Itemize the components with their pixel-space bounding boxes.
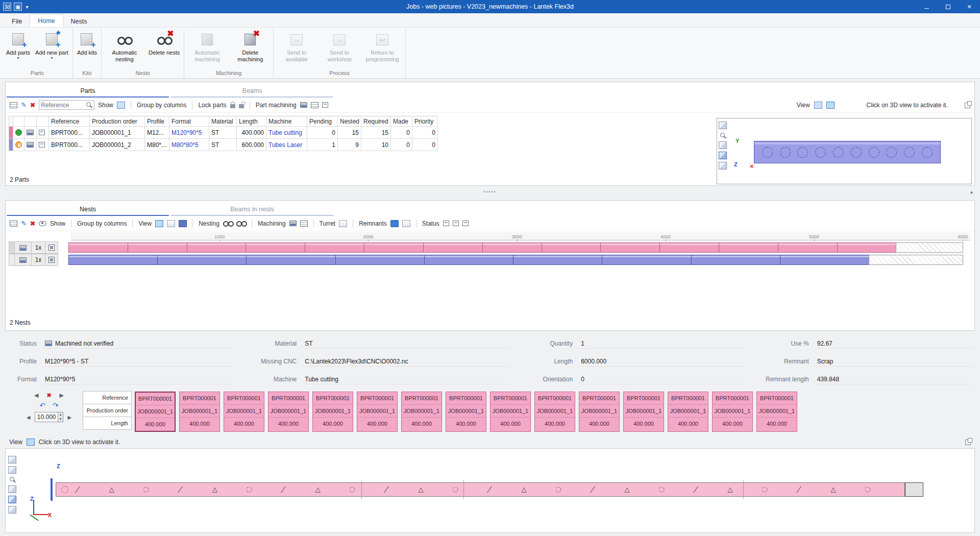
col-made[interactable]: Made [391,116,412,127]
nest-preview-icon[interactable] [48,257,55,263]
maximize-button[interactable] [937,0,959,13]
step-left-button[interactable]: ◀ [27,415,31,420]
nest-row[interactable]: 1x [9,241,970,254]
show-filter-icon[interactable] [117,102,125,109]
delete-nests-button[interactable]: ✖ Delete nests [146,29,182,57]
part-card[interactable]: BPRT000001 JOB000001_1 400.000 [490,392,531,432]
nested-part-segment[interactable] [780,255,869,265]
spinner-up-icon[interactable]: ▲ [58,412,63,417]
col-format[interactable]: Format [169,116,209,127]
edit-icon[interactable]: ✎ [21,220,27,227]
parts-3d-preview[interactable]: Y Z × [717,118,972,184]
app-icon[interactable]: 3d [3,3,11,11]
nest-preview-icon[interactable] [48,245,55,251]
spinner-down-icon[interactable]: ▼ [58,417,63,422]
part-card[interactable]: BPRT000001 JOB000001_1 400.000 [579,392,620,432]
quick-access-caret-icon[interactable]: ▾ [24,3,30,11]
tab-home[interactable]: Home [30,14,63,27]
part-card[interactable]: BPRT000001 JOB000001_1 400.000 [534,392,575,432]
remove-part-button[interactable]: ✖ [46,393,51,398]
group-by-columns-button[interactable]: Group by columns [137,102,186,109]
nested-part-segment[interactable] [602,255,691,265]
nested-part-segment[interactable] [246,242,305,253]
nested-part-segment[interactable] [837,242,897,253]
expand-view-icon[interactable] [965,103,970,108]
add-parts-button[interactable]: + Add parts ▾ [4,29,33,60]
part-card[interactable]: BPRT000001 JOB000001_1 400.000 [135,392,176,432]
format-link[interactable]: M120*90*5 [169,127,209,139]
panel-splitter[interactable]: ••••• ▴ [5,189,975,195]
nested-part-segment[interactable] [305,242,364,253]
expand-view-icon[interactable] [965,440,971,445]
add-kits-button[interactable]: + Add kits [75,29,100,57]
tab-beams-in-nests[interactable]: Beams in nests [171,201,333,216]
view-3d-icon[interactable] [179,220,187,227]
col-length[interactable]: Length [237,116,266,127]
machining-table-icon[interactable] [311,102,318,108]
col-profile[interactable]: Profile [145,116,169,127]
collapse-chevron-icon[interactable]: ▴ [970,189,974,194]
view-table-icon[interactable] [167,220,175,227]
status-doc3-icon[interactable] [462,221,469,226]
undo-button[interactable]: ↶ [39,402,45,409]
col-pending[interactable]: Pending [307,116,338,127]
view-3d-icon[interactable] [826,102,835,109]
view-cube-icon[interactable] [8,485,16,493]
col-priority[interactable]: Priority [412,116,438,127]
col-production-order[interactable]: Production order [90,116,145,127]
machine-link[interactable]: Tube cutting [266,127,307,139]
tab-file[interactable]: File [4,15,30,27]
table-row[interactable]: BPRT000... JOB000001_1 M12... M120*90*5 … [9,127,437,139]
delete-icon[interactable]: ✖ [30,102,35,108]
zoom-icon[interactable] [9,476,16,483]
machining-doc-icon[interactable] [322,102,328,108]
part-card[interactable]: BPRT000001 JOB000001_1 400.000 [224,392,264,432]
nested-part-segment[interactable] [157,255,247,265]
close-button[interactable]: × [959,0,980,13]
lock-parts-label[interactable]: Lock parts [198,102,226,109]
delete-icon[interactable]: ✖ [30,221,35,227]
view-cube-icon[interactable] [719,162,727,169]
machine-link[interactable]: Tubes Laser [266,139,307,151]
show-button[interactable]: Show [50,220,65,227]
machining-tool-icon[interactable] [300,102,307,108]
view-2d-icon[interactable] [814,102,822,109]
nested-part-segment[interactable] [246,255,335,265]
status-doc-icon[interactable] [443,221,449,226]
zoom-icon[interactable] [720,132,726,139]
save-icon[interactable]: ▣ [14,3,22,11]
view-cube-icon[interactable] [719,152,727,159]
part-card[interactable]: BPRT000001 JOB000001_1 400.000 [268,392,309,432]
reference-search[interactable] [39,100,94,110]
automatic-nesting-button[interactable]: Automatic nesting [103,29,146,64]
columns-icon[interactable] [10,221,17,227]
edit-icon[interactable]: ✎ [21,102,27,108]
columns-icon[interactable] [10,102,17,108]
machining-table-icon[interactable] [300,221,308,227]
minimize-button[interactable] [916,0,937,13]
tab-parts[interactable]: Parts [7,82,169,98]
table-row[interactable]: BPRT000... JOB000001_2 M80*... M80*80*5 … [9,139,437,151]
next-part-button[interactable]: ▶ [60,392,64,399]
view-strip-icon[interactable] [155,220,163,227]
part-card[interactable]: BPRT000001 JOB000001_1 400.000 [312,392,353,432]
nested-part-segment[interactable] [691,255,780,265]
add-new-part-button[interactable]: ★+ Add new part ▾ [33,29,71,60]
nest-strip[interactable] [68,254,970,266]
nesting-icon[interactable] [223,221,233,226]
view-cube-icon[interactable] [719,141,727,149]
view-cube-icon[interactable] [8,506,16,514]
nested-part-segment[interactable] [482,242,542,253]
search-input[interactable] [41,102,86,109]
view-3d-icon[interactable] [27,438,35,446]
unlock-icon[interactable] [239,104,244,108]
nested-part-segment[interactable] [778,242,838,253]
part-card[interactable]: BPRT000001 JOB000001_1 400.000 [401,392,442,432]
nested-part-segment[interactable] [335,255,425,265]
part-card[interactable]: BPRT000001 JOB000001_1 400.000 [179,392,220,432]
col-machine[interactable]: Machine [266,116,307,127]
part-card[interactable]: BPRT000001 JOB000001_1 400.000 [668,392,708,432]
part-card[interactable]: BPRT000001 JOB000001_1 400.000 [357,392,398,432]
status-doc2-icon[interactable] [453,221,459,226]
nested-part-segment[interactable] [423,242,483,253]
